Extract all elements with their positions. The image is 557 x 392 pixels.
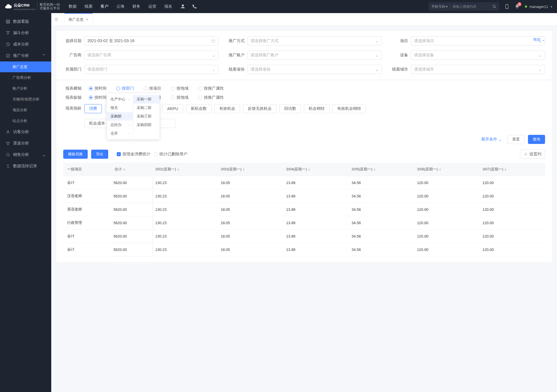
sidebar-subitem[interactable]: 广告商分析 bbox=[0, 72, 51, 83]
radio-icon bbox=[89, 86, 93, 90]
configure-columns-button[interactable]: 设置列 bbox=[520, 150, 545, 159]
reset-button[interactable]: 重置 bbox=[507, 135, 525, 144]
cost-icon bbox=[6, 42, 10, 47]
collapse-filters-link[interactable]: 收起 ⌄ bbox=[533, 37, 545, 42]
sort-icon: ▲▼ bbox=[374, 168, 376, 171]
cascader-item[interactable]: 采购三部 bbox=[133, 112, 159, 121]
table-header[interactable]: 3/07(星期一)▲▼ bbox=[480, 163, 545, 176]
table-cell: 120.00 bbox=[414, 243, 480, 256]
metric-button[interactable]: 机会成本 bbox=[84, 119, 110, 128]
radio-icon bbox=[89, 96, 93, 100]
radio-option[interactable]: 按部门 bbox=[116, 86, 136, 91]
export-button[interactable]: 导出 bbox=[91, 150, 108, 159]
province-select[interactable]: 请选择省份⌄ bbox=[247, 65, 382, 74]
deleted-users-checkbox[interactable]: 统计已删除用户 bbox=[154, 152, 187, 157]
topnav-item[interactable]: 财务 bbox=[132, 4, 140, 9]
metric-button[interactable]: 新机会数 bbox=[186, 104, 212, 113]
radio-option[interactable]: 按项目 bbox=[144, 86, 163, 91]
notification-bell[interactable]: 5 bbox=[515, 4, 520, 9]
table-cell: 34.56 bbox=[349, 216, 414, 230]
sidebar-item[interactable]: 访客分析 bbox=[0, 126, 51, 138]
search-type-select[interactable]: 手机号码 ▾ bbox=[431, 4, 450, 9]
cascader-item[interactable]: 生产中心› bbox=[107, 95, 133, 104]
radio-option[interactable]: 按地域 bbox=[171, 86, 191, 91]
cascader-item[interactable]: 总经办› bbox=[107, 121, 133, 129]
sidebar-subitem[interactable]: 关键词/创意分析 bbox=[0, 94, 51, 105]
radio-option[interactable]: 按推广属性 bbox=[198, 95, 224, 100]
user-icon[interactable] bbox=[180, 4, 185, 9]
metric-button[interactable]: 回访数 bbox=[279, 104, 301, 113]
cascader-item[interactable]: 采购一部 bbox=[133, 95, 159, 104]
sidebar-item[interactable]: 数据流转记录 bbox=[0, 160, 51, 172]
sidebar-subitem[interactable]: 项目分析 bbox=[0, 105, 51, 115]
dept-select[interactable]: 请选择部门⌄ bbox=[84, 65, 218, 74]
topnav-item[interactable]: 客户 bbox=[101, 4, 108, 9]
cascader-item[interactable]: 采购部› bbox=[107, 112, 133, 121]
cascader-item[interactable]: 采购二部 bbox=[133, 104, 159, 112]
tabbar: 推广总览 ✕ bbox=[51, 13, 557, 26]
sidebar-item[interactable]: 数据看版 bbox=[0, 16, 51, 27]
topnav-item[interactable]: 线索 bbox=[85, 4, 93, 9]
expand-conditions-link[interactable]: 展开条件 ⌄ bbox=[481, 137, 502, 142]
sidebar-collapse-button[interactable] bbox=[54, 17, 63, 21]
radio-option[interactable]: 按地域 bbox=[171, 95, 191, 100]
toggle-axis-button[interactable]: 横纵切换 bbox=[63, 150, 88, 159]
table-cell: 120.00 bbox=[414, 230, 480, 243]
radio-option[interactable]: 按推广属性 bbox=[198, 86, 224, 91]
metric-button[interactable]: ARPU bbox=[162, 104, 183, 113]
sidebar-subitem[interactable]: 站点分析 bbox=[0, 115, 51, 126]
main: 推广总览 ✕ 收起 ⌄ 选择日期 2021-03-02 至 2021-03-16… bbox=[51, 13, 557, 392]
city-select[interactable]: 请选择城市⌄ bbox=[411, 65, 545, 74]
table-header[interactable]: 3/06(星期一)▲▼ bbox=[414, 163, 480, 176]
radio-option[interactable]: 按时间 bbox=[89, 95, 109, 100]
search-input[interactable] bbox=[452, 5, 492, 9]
topnav-item[interactable]: 运营 bbox=[148, 4, 156, 9]
notification-badge: 5 bbox=[517, 2, 521, 6]
metric-button[interactable]: 有效机会 bbox=[214, 104, 240, 113]
metric-button[interactable]: 反馈无效机会 bbox=[243, 104, 277, 113]
close-icon[interactable]: ✕ bbox=[86, 18, 89, 22]
table-header[interactable]: 一级项目 bbox=[63, 163, 110, 176]
table-cell: 34.56 bbox=[349, 243, 414, 256]
chevron-down-icon: ⌄ bbox=[212, 67, 215, 72]
sidebar-item[interactable]: 销售分析⌄ bbox=[0, 149, 51, 160]
topnav-item[interactable]: 数据 bbox=[69, 4, 77, 9]
metric-button[interactable]: 消费 bbox=[84, 104, 102, 113]
radio-icon bbox=[198, 96, 202, 100]
method-select[interactable]: 请选择推广方式⌄ bbox=[247, 36, 382, 46]
user-menu[interactable]: manager11 ▾ bbox=[525, 5, 552, 9]
table-header[interactable]: 3/02(星期一)▲▼ bbox=[152, 163, 218, 176]
tab-promo-overview[interactable]: 推广总览 ✕ bbox=[64, 13, 93, 26]
search-icon[interactable] bbox=[492, 5, 496, 9]
cascader-item[interactable]: 报关 bbox=[107, 104, 133, 112]
cash-stats-checkbox[interactable]: ✓ 按现金消费统计 bbox=[117, 152, 150, 157]
date-range-input[interactable]: 2021-03-02 至 2021-03-16 bbox=[84, 36, 218, 46]
dept-cascader: 生产中心›报关采购部›总经办›仓库›采购一部采购二部采购三部采购四部 bbox=[107, 93, 159, 139]
radio-option[interactable]: 按时间 bbox=[89, 86, 109, 91]
sidebar-item[interactable]: 渠道分析 bbox=[0, 138, 51, 149]
query-button[interactable]: 查询 bbox=[528, 135, 545, 144]
cascader-item[interactable]: 采购四部 bbox=[133, 121, 159, 129]
sidebar-item[interactable]: 推广分析⌃ bbox=[0, 50, 51, 61]
project-select[interactable]: 请选择项目⌄ bbox=[411, 36, 545, 46]
phone-icon[interactable] bbox=[192, 4, 197, 9]
sidebar-subitem[interactable]: 推广总览 bbox=[0, 61, 51, 72]
account-select[interactable]: 请选择推广账户⌄ bbox=[247, 51, 382, 60]
sidebar-subitem[interactable]: 账户分析 bbox=[0, 83, 51, 94]
topnav-item[interactable]: 报名 bbox=[164, 4, 172, 9]
advertiser-select[interactable]: 请选择广告商⌄ bbox=[84, 51, 218, 60]
chevron-up-icon: ⌃ bbox=[42, 53, 46, 58]
table-header[interactable]: 3/04(星期一)▲▼ bbox=[283, 163, 349, 176]
table-header[interactable]: 3/05(星期一)▲▼ bbox=[349, 163, 414, 176]
mobile-icon[interactable] bbox=[504, 4, 509, 9]
sidebar-item[interactable]: 漏斗分析 bbox=[0, 27, 51, 39]
cascader-item[interactable]: 仓库› bbox=[107, 129, 133, 138]
topnav-item[interactable]: 公海 bbox=[116, 4, 124, 9]
table-header[interactable]: 合计▲▼ bbox=[110, 163, 152, 176]
chevron-down-icon: ⌄ bbox=[212, 53, 215, 57]
metric-button[interactable]: 有效机会销转 bbox=[332, 104, 366, 113]
table-header[interactable]: 3/03(星期一)▲▼ bbox=[218, 163, 283, 176]
metric-button[interactable]: 机会销转 bbox=[304, 104, 329, 113]
sidebar-item[interactable]: 成本分析 bbox=[0, 39, 51, 50]
device-select[interactable]: 请选择设备⌄ bbox=[411, 51, 545, 60]
